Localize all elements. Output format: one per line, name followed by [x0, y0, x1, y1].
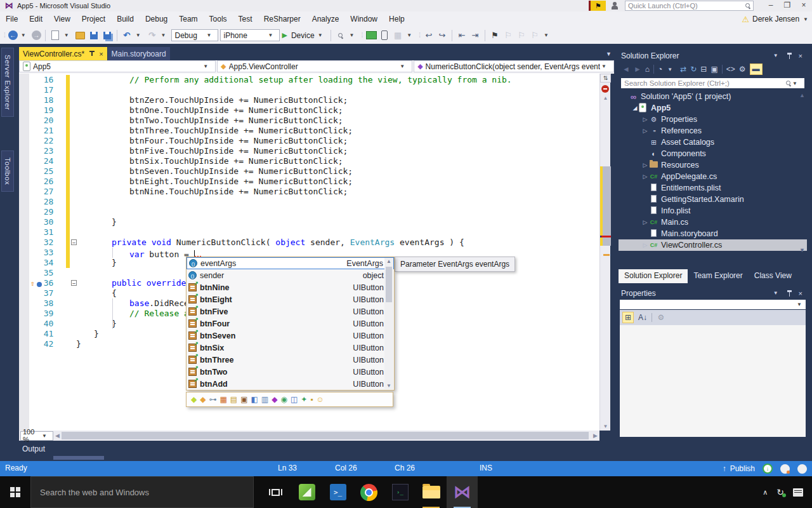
redo-button[interactable]: ↷	[147, 30, 158, 41]
onedrive-sync-icon[interactable]: ↻	[776, 487, 784, 497]
completion-item-btnFive[interactable]: btnFiveUIButton	[187, 305, 394, 318]
expander-icon[interactable]: ◢	[631, 105, 639, 111]
locals-filter-icon[interactable]: ◆	[191, 396, 197, 403]
completion-item-btnFour[interactable]: btnFourUIButton	[187, 318, 394, 330]
menu-analyze[interactable]: Analyze	[306, 12, 345, 26]
modules-filter-icon[interactable]: ▦	[219, 396, 226, 403]
taskbar-search-input[interactable]: Search the web and Windows	[30, 476, 254, 508]
feedback-person-icon[interactable]	[611, 2, 619, 10]
increase-indent-button[interactable]: ⇥	[469, 30, 481, 41]
update-download-icon[interactable]: ↓	[763, 464, 773, 474]
solution-search-input[interactable]: Search Solution Explorer (Ctrl+;) ▼	[621, 78, 804, 88]
side-tab-toolbox[interactable]: Toolbox	[1, 150, 14, 192]
menu-resharper[interactable]: ReSharper	[258, 12, 306, 26]
document-list-dropdown-icon[interactable]: ▼	[606, 51, 612, 57]
maximize-button[interactable]: ❐	[779, 1, 796, 11]
collapse-all-icon[interactable]: ⊟	[700, 65, 707, 74]
start-button[interactable]	[0, 476, 30, 508]
doc-tab-main.storyboard[interactable]: Main.storyboard	[108, 47, 170, 60]
code-line-17[interactable]: 17	[19, 85, 599, 95]
tree-item-main-storyboard[interactable]: Main.storyboard	[619, 228, 807, 239]
toolbar-overflow-icon[interactable]: ▼	[544, 32, 549, 38]
feedback-bubble-icon[interactable]	[780, 464, 790, 474]
console-taskbar-button[interactable]: ›_	[384, 476, 416, 508]
project-dropdown[interactable]: App5▼	[19, 60, 216, 72]
properties-icon[interactable]: ⚙	[739, 65, 746, 74]
scroll-right-icon[interactable]: ▶	[591, 432, 599, 439]
menu-test[interactable]: Test	[233, 12, 258, 26]
code-line-26[interactable]: 26 btnEight.TouchUpInside += NumericButt…	[19, 177, 599, 187]
file-explorer-taskbar-button[interactable]	[416, 476, 447, 508]
tray-expand-icon[interactable]: ∧	[763, 488, 768, 497]
editor-zoom-combo[interactable]: 100 %▼	[20, 431, 53, 441]
simulator-button[interactable]	[365, 30, 377, 41]
menu-help[interactable]: Help	[383, 12, 410, 26]
tree-item-app5[interactable]: ◢App5	[619, 102, 807, 114]
navigate-forward-button[interactable]: →	[32, 30, 41, 40]
snagit-taskbar-button[interactable]	[291, 476, 322, 508]
undo-dropdown-icon[interactable]: ▼	[136, 32, 141, 38]
publish-button[interactable]: Publish	[730, 464, 755, 473]
platform-combo[interactable]: iPhone▼	[220, 29, 280, 41]
powershell-taskbar-button[interactable]: >_	[322, 476, 353, 508]
menu-edit[interactable]: Edit	[23, 12, 48, 26]
toolbar-overflow-icon[interactable]: ▼	[407, 32, 412, 38]
toolbar-grip[interactable]: ⁞	[361, 32, 362, 39]
go-to-definition-button[interactable]: ↩	[423, 30, 435, 41]
tree-item-resources[interactable]: ▷Resources	[619, 159, 807, 171]
solution-configuration-combo[interactable]: Debug▼	[171, 29, 218, 41]
completion-item-btnTwo[interactable]: btnTwoUIButton	[187, 366, 394, 378]
find-in-files-button[interactable]	[335, 30, 346, 41]
forward-icon[interactable]: ►	[634, 65, 641, 74]
scroll-up-icon[interactable]: ▲	[600, 95, 611, 101]
properties-grid[interactable]	[620, 325, 806, 437]
property-pages-icon[interactable]: ⚙	[655, 312, 667, 323]
completion-item-btnEight[interactable]: btnEightUIButton	[187, 293, 394, 305]
public-members-filter-icon[interactable]: ✦	[301, 396, 307, 403]
tree-item-main-cs[interactable]: ▷C#Main.cs	[619, 217, 807, 228]
enums-filter-icon[interactable]: ▥	[261, 396, 268, 403]
view-code-icon[interactable]: <>	[726, 65, 735, 74]
code-line-24[interactable]: 24 btnSix.TouchUpInside += NumericButton…	[19, 156, 599, 166]
panel-tab-class-view[interactable]: Class View	[749, 269, 797, 283]
completion-item-eventArgs[interactable]: ()eventArgsEventArgs	[187, 257, 394, 269]
next-bookmark-button[interactable]: ⚐	[516, 30, 527, 41]
scroll-thumb[interactable]	[386, 267, 392, 302]
toolbar-grip[interactable]: ⁞	[4, 32, 5, 39]
menu-project[interactable]: Project	[76, 12, 111, 26]
pending-changes-filter-icon[interactable]: ◔	[658, 65, 662, 74]
menu-view[interactable]: View	[48, 12, 76, 26]
expander-icon[interactable]: ▷	[641, 128, 649, 134]
menu-team[interactable]: Team	[173, 12, 203, 26]
run-target-label[interactable]: Device	[291, 31, 315, 40]
tree-scroll-up-icon[interactable]: ▲	[799, 92, 805, 98]
tree-item-gettingstarted-xamarin[interactable]: GettingStarted.Xamarin	[619, 194, 807, 205]
delegates-filter-icon[interactable]: ◉	[280, 396, 287, 403]
code-line-27[interactable]: 27 btnNine.TouchUpInside += NumericButto…	[19, 187, 599, 197]
run-target-dropdown-icon[interactable]: ▼	[318, 32, 323, 38]
new-file-button[interactable]	[49, 30, 61, 41]
panel-tab-team-explorer[interactable]: Team Explorer	[688, 269, 748, 283]
toolbar-overflow-icon[interactable]: ▼	[350, 32, 355, 38]
show-all-files-icon[interactable]: ▣	[710, 65, 717, 74]
home-icon[interactable]: ⌂	[645, 65, 650, 74]
scroll-down-icon[interactable]: ▼	[384, 383, 393, 389]
methods-filter-icon[interactable]: ▣	[240, 396, 247, 403]
output-panel-tab[interactable]: Output	[22, 444, 45, 453]
undo-button[interactable]: ↶	[121, 30, 133, 41]
editor-horizontal-scrollbar[interactable]: 100 %▼ ◀ ▶	[19, 431, 599, 441]
navigate-to-button[interactable]: ↪	[436, 30, 448, 41]
fold-toggle-icon[interactable]: −	[71, 280, 77, 286]
member-dropdown[interactable]: ◆ NumericButtonClick(object sender, Even…	[414, 60, 614, 72]
code-line-22[interactable]: 22 btnFour.TouchUpInside += NumericButto…	[19, 136, 599, 146]
code-line-16[interactable]: 16 // Perform any additional setup after…	[19, 75, 599, 85]
navigate-back-dropdown-icon[interactable]: ▼	[21, 32, 26, 38]
code-line-18[interactable]: 18 btnZero.TouchUpInside += NumericButto…	[19, 95, 599, 105]
expander-icon[interactable]: ▷	[641, 162, 649, 168]
tree-scroll-down-icon[interactable]: ▼	[799, 247, 805, 253]
code-line-28[interactable]: 28	[19, 197, 599, 207]
user-dropdown-icon[interactable]: ▼	[803, 17, 808, 22]
panel-tab-solution-explorer[interactable]: Solution Explorer	[619, 269, 688, 283]
vertical-scroll-thumb[interactable]	[603, 166, 611, 246]
code-line-30[interactable]: 30 }	[19, 217, 599, 227]
